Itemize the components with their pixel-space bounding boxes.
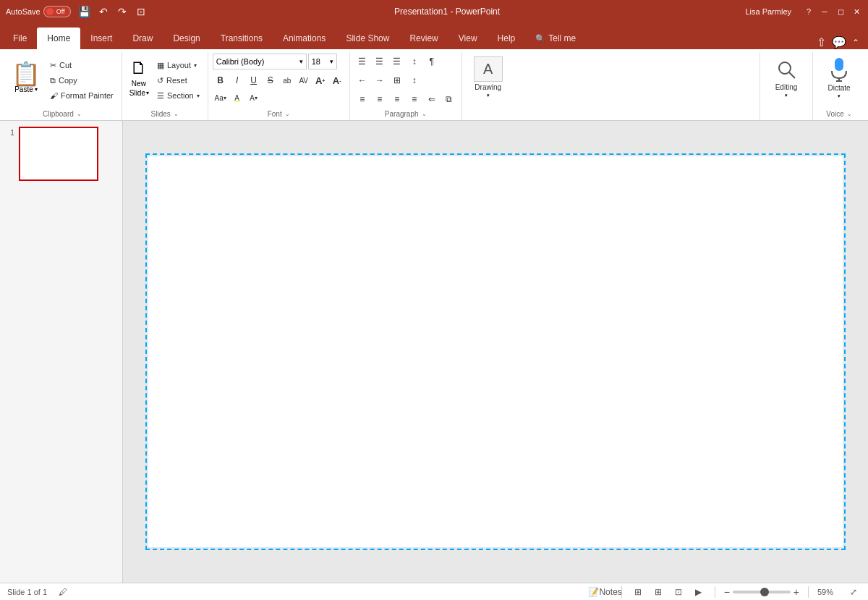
show-paragraph-button[interactable]: ¶ (424, 54, 440, 69)
autosave-label: AutoSave (6, 7, 41, 16)
decrease-indent-button[interactable]: ← (354, 72, 370, 88)
decrease-font-button[interactable]: A- (329, 72, 345, 88)
tab-insert[interactable]: Insert (80, 28, 122, 49)
slide-item[interactable]: 1 (4, 127, 118, 181)
highlight-button[interactable]: A (229, 90, 245, 106)
format-painter-button[interactable]: 🖌 Format Painter (46, 88, 117, 103)
line-spacing-button[interactable]: ↕ (407, 72, 422, 88)
drawing-group: A Drawing ▾ (462, 52, 760, 120)
align-left-button[interactable]: ≡ (354, 91, 370, 107)
drawing-group-label (467, 117, 755, 120)
new-slide-button[interactable]: 🗋 New Slide▾ (127, 54, 152, 101)
slide-canvas-area[interactable] (123, 121, 868, 583)
tab-view[interactable]: View (448, 28, 488, 49)
increase-indent-button[interactable]: → (372, 72, 388, 88)
columns-button[interactable]: ⊞ (389, 72, 405, 88)
normal-view-button[interactable]: ⊞ (631, 585, 645, 599)
tab-animations[interactable]: Animations (273, 28, 336, 49)
underline-button[interactable]: U (246, 72, 262, 88)
ribbon-collapse-icon[interactable]: ⌃ (852, 38, 859, 48)
cut-button[interactable]: ✂ Cut (46, 58, 117, 72)
editing-icon (772, 56, 801, 82)
zoom-slider[interactable] (733, 591, 791, 593)
font-expand-icon[interactable]: ⌄ (285, 111, 290, 117)
paragraph-expand-icon[interactable]: ⌄ (422, 111, 427, 117)
numbering-button[interactable]: ☰ (372, 54, 388, 69)
autosave-toggle[interactable]: Off (43, 6, 71, 17)
bold-button[interactable]: B (213, 72, 229, 88)
editing-button[interactable]: Editing ▾ (765, 54, 808, 101)
section-icon: ☰ (157, 91, 164, 101)
slide-sorter-button[interactable]: ⊞ (651, 585, 665, 599)
font-size-input[interactable]: 18 ▾ (308, 54, 337, 69)
bullets-button[interactable]: ☰ (354, 54, 370, 69)
slides-expand-icon[interactable]: ⌄ (174, 111, 179, 117)
drawing-group-content: A Drawing ▾ (467, 54, 510, 117)
slide-show-button[interactable]: ▶ (692, 585, 706, 599)
font-controls: Calibri (Body) ▾ 18 ▾ B I U S (213, 54, 345, 106)
autosave-group[interactable]: AutoSave Off (6, 6, 71, 17)
align-right-button[interactable]: ≡ (389, 91, 405, 107)
slide-info: Slide 1 of 1 (7, 588, 47, 596)
paste-label: Paste▾ (14, 85, 38, 93)
dictate-button[interactable]: Dictate ▾ (817, 54, 861, 101)
tab-review[interactable]: Review (399, 28, 448, 49)
undo-button[interactable]: ↶ (95, 4, 111, 20)
kerning-button[interactable]: AV (296, 72, 312, 88)
rtl-button[interactable]: ⇐ (424, 91, 440, 107)
layout-button[interactable]: ▦ Layout▾ (153, 58, 203, 72)
slide-canvas[interactable] (148, 156, 843, 547)
tab-transitions[interactable]: Transitions (210, 28, 273, 49)
redo-button[interactable]: ↷ (114, 4, 130, 20)
slide-thumbnail[interactable] (19, 127, 98, 181)
slides-group-content: 🗋 New Slide▾ ▦ Layout▾ ↺ (127, 54, 203, 109)
share-icon[interactable]: ⇧ (817, 35, 826, 49)
align-center-button[interactable]: ≡ (372, 91, 388, 107)
tab-draw[interactable]: Draw (122, 28, 163, 49)
reset-button[interactable]: ↺ Reset (153, 73, 203, 88)
justify-button[interactable]: ≡ (407, 91, 422, 107)
tab-slideshow[interactable]: Slide Show (336, 28, 399, 49)
tab-file[interactable]: File (3, 28, 37, 49)
cut-icon: ✂ (50, 61, 56, 70)
drawing-button[interactable]: A Drawing ▾ (467, 54, 510, 101)
clipboard-expand-icon[interactable]: ⌄ (77, 111, 82, 117)
tab-help[interactable]: Help (488, 28, 526, 49)
increase-font-button[interactable]: A+ (312, 72, 328, 88)
customize-quick-access-button[interactable]: ⊡ (133, 4, 149, 20)
section-button[interactable]: ☰ Section▾ (153, 88, 203, 103)
notes-icon: 📝 (588, 587, 599, 597)
close-button[interactable]: ✕ (851, 6, 862, 17)
shadow-button[interactable]: ab (279, 72, 295, 88)
slide-number: 1 (4, 128, 14, 137)
reading-view-button[interactable]: ⊡ (671, 585, 686, 599)
italic-button[interactable]: I (229, 72, 245, 88)
tab-design[interactable]: Design (163, 28, 210, 49)
accessibility-button[interactable]: 🖊 (56, 585, 70, 599)
paste-button[interactable]: 📋 Paste▾ (7, 54, 45, 101)
restore-button[interactable]: ◻ (835, 6, 846, 17)
multilevel-list-button[interactable]: ☰ (389, 54, 405, 69)
convert-smartart-button[interactable]: ⧉ (441, 91, 457, 107)
help-icon[interactable]: ? (803, 6, 814, 17)
save-button[interactable]: 💾 (77, 4, 93, 20)
tab-tellme[interactable]: 🔍 Tell me (525, 28, 586, 49)
zoom-plus-button[interactable]: + (793, 586, 799, 598)
font-size-dropdown-icon: ▾ (330, 58, 333, 65)
change-case-button[interactable]: Aa▾ (213, 90, 229, 106)
drawing-icon: A (474, 56, 503, 82)
font-name-input[interactable]: Calibri (Body) ▾ (213, 54, 307, 69)
copy-icon: ⧉ (50, 76, 56, 85)
sort-button[interactable]: ↕ (407, 54, 422, 69)
status-divider-3 (808, 586, 809, 598)
minimize-button[interactable]: ─ (819, 6, 830, 17)
comments-icon[interactable]: 💬 (832, 35, 846, 49)
zoom-minus-button[interactable]: − (724, 586, 730, 598)
strikethrough-button[interactable]: S (263, 72, 278, 88)
copy-button[interactable]: ⧉ Copy (46, 73, 117, 88)
font-color-button[interactable]: A▾ (246, 90, 262, 106)
tab-home[interactable]: Home (37, 28, 80, 49)
voice-expand-icon[interactable]: ⌄ (847, 111, 852, 117)
fit-slide-button[interactable]: ⤢ (846, 585, 861, 599)
notes-button[interactable]: 📝 Notes (598, 585, 613, 599)
